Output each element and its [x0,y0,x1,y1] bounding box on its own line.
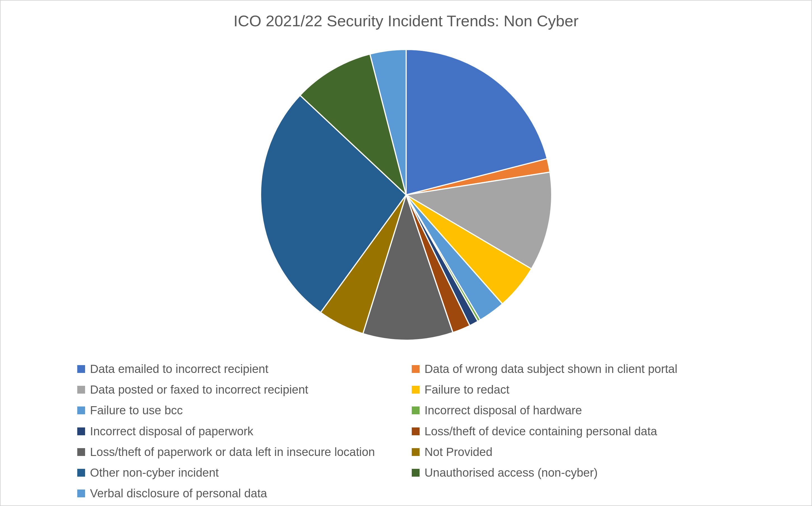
pie-container [17,38,795,351]
legend-label: Verbal disclosure of personal data [90,487,267,500]
legend-swatch [77,407,85,414]
legend-label: Failure to redact [425,383,510,396]
legend-label: Data emailed to incorrect recipient [90,362,268,375]
legend-item: Incorrect disposal of hardware [412,404,735,417]
pie-chart [255,44,557,346]
legend-item: Data emailed to incorrect recipient [77,362,401,375]
legend-label: Data of wrong data subject shown in clie… [425,362,678,375]
legend-swatch [412,386,420,394]
legend-label: Loss/theft of paperwork or data left in … [90,446,375,458]
legend-label: Incorrect disposal of hardware [425,404,582,417]
legend-swatch [412,427,420,435]
legend-item: Unauthorised access (non-cyber) [412,466,735,479]
legend-item: Other non-cyber incident [77,466,401,479]
legend-label: Data posted or faxed to incorrect recipi… [90,383,309,396]
legend-swatch [77,469,85,477]
legend-swatch [412,407,420,414]
legend-item: Incorrect disposal of paperwork [77,425,401,438]
legend-swatch [77,448,85,456]
legend-item: Loss/theft of paperwork or data left in … [77,446,401,458]
legend-swatch [412,448,420,456]
legend-swatch [77,386,85,394]
legend-label: Loss/theft of device containing personal… [425,425,657,438]
legend-label: Other non-cyber incident [90,466,219,479]
legend-item: Verbal disclosure of personal data [77,487,401,500]
legend-swatch [412,365,420,373]
legend-label: Incorrect disposal of paperwork [90,425,254,438]
chart-title: ICO 2021/22 Security Incident Trends: No… [17,12,795,30]
legend-label: Not Provided [425,446,493,458]
legend-item: Failure to use bcc [77,404,401,417]
legend-item: Loss/theft of device containing personal… [412,425,735,438]
legend-item: Data posted or faxed to incorrect recipi… [77,383,401,396]
legend-swatch [412,469,420,477]
legend: Data emailed to incorrect recipientData … [77,362,735,500]
legend-swatch [77,365,85,373]
legend-item: Not Provided [412,446,735,458]
legend-label: Unauthorised access (non-cyber) [425,466,598,479]
legend-label: Failure to use bcc [90,404,183,417]
legend-item: Data of wrong data subject shown in clie… [412,362,735,375]
legend-item: Failure to redact [412,383,735,396]
chart-frame: ICO 2021/22 Security Incident Trends: No… [0,0,812,506]
legend-swatch [77,427,85,435]
legend-swatch [77,490,85,497]
